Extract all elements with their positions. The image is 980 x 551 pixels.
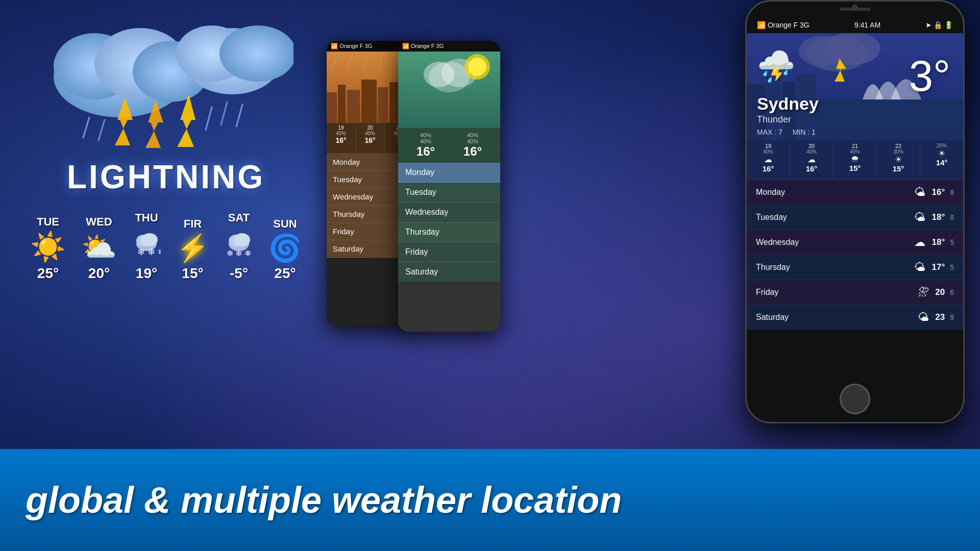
svg-line-14 [236, 105, 242, 127]
sydney-icon-sat: 🌤 [918, 311, 929, 324]
sydney-low-thu: 5 [950, 263, 954, 271]
bottom-banner: global & multiple weather location [0, 449, 980, 551]
sydney-row-wednesday: Wednesday ☁ 18° 5 [747, 230, 963, 255]
weekly-forecast: TUE ☀️ 25° WED ⛅ 20° THU ❄ ❄ ❄ 19° [30, 211, 302, 282]
day-name-wed: WED [86, 215, 112, 229]
svg-rect-25 [338, 85, 346, 123]
day-temp-wed: 20° [88, 265, 110, 282]
svg-rect-24 [327, 92, 337, 123]
svg-rect-26 [347, 90, 360, 123]
day-icon-sat: ❄ ❄ ❄ [225, 229, 253, 261]
banner-text: global & multiple weather location [26, 479, 622, 521]
sydney-day-tue: Tuesday [756, 213, 908, 222]
svg-point-17 [141, 233, 158, 246]
sydney-h1: 1940%☁16° [747, 140, 790, 180]
sydney-high-sat: 23 [935, 312, 945, 322]
day-temp-fri: 15° [182, 265, 203, 282]
svg-point-41 [468, 58, 486, 76]
sydney-hourly-row: 1940%☁16° 2040%☁16° 2140%🌨15° 2230%☀15° … [747, 140, 963, 180]
day-name-sat: SAT [228, 211, 250, 224]
phone-sydney: 📶 Orange F 3G 9:41 AM ➤ 🔒 🔋 [745, 0, 965, 423]
day-temp-thu: 19° [136, 265, 157, 282]
day-item-tue: TUE ☀️ 25° [30, 215, 66, 282]
ny-hourly-2: 2040%16° [356, 123, 385, 153]
sydney-icon-tue: 🌤 [914, 211, 925, 224]
paris-carrier: 📶 Orange F 3G [402, 43, 444, 49]
day-item-thu: THU ❄ ❄ ❄ 19° [132, 211, 161, 282]
day-name-thu: THU [135, 211, 158, 224]
paris-header: Paris Partly Cloudy [398, 52, 500, 128]
sydney-day-wed: Wednesday [756, 238, 908, 247]
day-icon-wed: ⛅ [81, 233, 117, 261]
sydney-low-tue: 8 [950, 213, 954, 221]
day-temp-tue: 25° [37, 265, 59, 282]
sydney-h4: 2230%☀15° [877, 140, 920, 180]
sydney-high-fri: 20 [935, 287, 945, 297]
sydney-row-saturday: Saturday 🌤 23 9 [747, 305, 963, 330]
svg-marker-9 [177, 94, 195, 147]
sydney-row-tuesday: Tuesday 🌤 18° 8 [747, 205, 963, 230]
sydney-row-friday: Friday ⛈ 20 6 [747, 280, 963, 305]
paris-temp2: 40% 40% 16° [463, 132, 482, 159]
svg-point-6 [219, 26, 293, 82]
sydney-time: 9:41 AM [854, 21, 880, 29]
sydney-h3: 2140%🌨15° [834, 140, 877, 180]
svg-rect-27 [361, 80, 377, 123]
svg-line-10 [83, 117, 89, 138]
paris-status-bar: 📶 Orange F 3G [398, 41, 500, 52]
weather-svg [38, 10, 293, 153]
paris-temps: 40% 40% 16° 40% 40% 16° [398, 128, 500, 163]
sydney-day-thu: Thursday [756, 263, 908, 272]
day-item-fri: FIR ⚡ 15° [176, 217, 209, 282]
ny-carrier: 📶 Orange F 3G [331, 43, 372, 49]
phones-container: 📶 Orange F 3G 9: [327, 0, 980, 449]
svg-line-13 [221, 102, 227, 125]
sydney-high-tue: 18° [932, 212, 945, 222]
ny-hourly-1: 1940%16° [327, 123, 356, 153]
day-temp-sat: -5° [230, 265, 248, 282]
sydney-icon-wed: ☁ [914, 236, 925, 249]
sydney-day-sat: Saturday [756, 313, 912, 322]
svg-line-12 [206, 107, 212, 130]
sydney-row-monday: Monday 🌤 16° 8 [747, 180, 963, 205]
sydney-low-fri: 6 [950, 288, 954, 296]
sydney-icon-thu: 🌤 [914, 261, 925, 274]
sydney-temp-display: 3° [909, 51, 950, 101]
sydney-screen: 📶 Orange F 3G 9:41 AM ➤ 🔒 🔋 [747, 17, 963, 381]
sydney-carrier: 📶 Orange F 3G [757, 21, 810, 29]
day-item-wed: WED ⛅ 20° [81, 215, 117, 282]
day-icon-tue: ☀️ [30, 233, 66, 261]
paris-temp1: 40% 40% 16° [416, 132, 435, 159]
sydney-day-fri: Friday [756, 288, 912, 297]
day-item-sat: SAT ❄ ❄ ❄ -5° [225, 211, 253, 282]
svg-text:❄ ❄ ❄: ❄ ❄ ❄ [137, 247, 161, 257]
day-item-sun: SUN 🌀 25° [268, 217, 302, 282]
phone-paris: 📶 Orange F 3G Paris Partly C [398, 41, 500, 332]
sydney-day-mon: Monday [756, 188, 908, 197]
camera-dot [852, 5, 857, 10]
sydney-daily-list: Monday 🌤 16° 8 Tuesday 🌤 18° 8 Wednesday… [747, 180, 963, 330]
sydney-status-bar: 📶 Orange F 3G 9:41 AM ➤ 🔒 🔋 [747, 17, 963, 33]
day-name-fri: FIR [184, 217, 202, 231]
sydney-high-wed: 18° [932, 237, 945, 247]
sydney-low-sat: 9 [950, 313, 954, 321]
day-icon-fri: ⚡ [176, 235, 209, 261]
sydney-low-wed: 5 [950, 238, 954, 246]
sydney-icon-mon: 🌤 [914, 186, 925, 199]
paris-row-friday: Friday [398, 242, 500, 262]
paris-row-thursday: Thursday [398, 222, 500, 242]
home-button[interactable] [840, 384, 870, 414]
day-icon-thu: ❄ ❄ ❄ [132, 229, 161, 261]
svg-text:❄  ❄  ❄: ❄ ❄ ❄ [227, 249, 251, 257]
sydney-maxmin: MAX : 7 MIN : 1 [757, 128, 816, 136]
sydney-weather-icon: ⛈️ [757, 48, 795, 85]
sydney-condition: Thunder [757, 114, 791, 125]
paris-day-list: Monday Tuesday Wednesday Thursday Friday… [398, 163, 500, 282]
lightning-title: LIGHTNING [67, 158, 265, 196]
sydney-high-thu: 17° [932, 262, 945, 272]
day-name-tue: TUE [37, 215, 59, 229]
sydney-row-thursday: Thursday 🌤 17° 5 [747, 255, 963, 280]
sydney-high-mon: 16° [932, 187, 945, 197]
day-icon-sun: 🌀 [268, 235, 302, 261]
svg-line-11 [99, 120, 105, 140]
